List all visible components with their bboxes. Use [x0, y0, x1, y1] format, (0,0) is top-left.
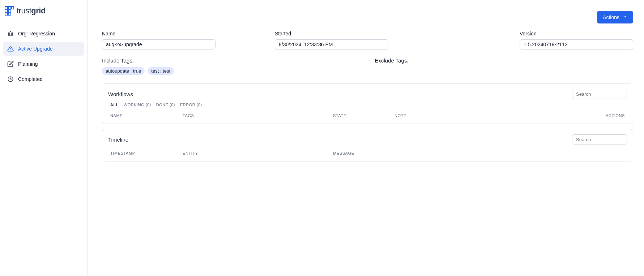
edit-icon — [7, 61, 14, 67]
sidebar-item-label: Org: Regression — [18, 31, 55, 36]
field-version: Version — [520, 31, 633, 49]
col-name[interactable]: NAME — [110, 113, 183, 118]
timeline-search[interactable] — [572, 134, 627, 145]
chevron-down-icon — [622, 14, 627, 20]
name-input[interactable] — [102, 39, 216, 49]
svg-rect-2 — [12, 7, 14, 9]
main-content: Actions Name Started Version Inclu — [88, 0, 644, 276]
field-started: Started — [275, 31, 388, 49]
svg-rect-0 — [5, 7, 8, 9]
subtab-all[interactable]: ALL — [110, 103, 119, 107]
col-tags[interactable]: TAGS — [183, 113, 333, 118]
timeline-header: Timeline — [102, 129, 633, 148]
timeline-thead: TIMESTAMP ENTITY MESSAGE — [102, 148, 633, 161]
sidebar-item-completed[interactable]: Completed — [3, 72, 84, 86]
include-tags: Include Tags: autoupdate : true test : t… — [102, 57, 361, 75]
sidebar-item-label: Planning — [18, 61, 38, 67]
svg-rect-4 — [8, 10, 11, 12]
include-chips: autoupdate : true test : test — [102, 67, 361, 75]
svg-rect-1 — [8, 7, 11, 9]
logo-text: trustgrid — [17, 6, 46, 16]
include-tags-label: Include Tags: — [102, 57, 361, 64]
timeline-card: Timeline TIMESTAMP ENTITY MESSAGE — [102, 129, 633, 161]
col-actions[interactable]: ACTIONS — [596, 113, 625, 118]
sidebar: trustgrid Org: Regression Active Upgrade… — [0, 0, 88, 276]
logo[interactable]: trustgrid — [3, 4, 84, 24]
sidebar-item-active-upgrade[interactable]: Active Upgrade — [3, 42, 84, 56]
col-message[interactable]: MESSAGE — [333, 151, 625, 155]
workflows-thead: NAME TAGS STATE NOTE ACTIONS — [102, 111, 633, 124]
exclude-tags: Exclude Tags: — [375, 57, 634, 75]
subtab-error[interactable]: ERROR (0) — [180, 103, 202, 107]
field-name: Name — [102, 31, 216, 49]
exclude-tags-label: Exclude Tags: — [375, 57, 634, 64]
workflows-search[interactable] — [572, 89, 627, 99]
topbar: Actions — [102, 11, 633, 23]
actions-button[interactable]: Actions — [597, 11, 633, 23]
fields-row: Name Started Version — [102, 31, 633, 49]
bank-icon — [7, 30, 14, 37]
workflows-header: Workflows — [102, 84, 633, 103]
svg-rect-3 — [5, 10, 8, 12]
actions-button-label: Actions — [603, 14, 619, 20]
col-entity[interactable]: ENTITY — [183, 151, 333, 155]
subtab-done[interactable]: DONE (0) — [156, 103, 175, 107]
alert-triangle-icon — [7, 46, 14, 52]
started-input[interactable] — [275, 39, 388, 49]
col-state[interactable]: STATE — [333, 113, 394, 118]
workflows-title: Workflows — [108, 91, 133, 97]
col-timestamp[interactable]: TIMESTAMP — [110, 151, 183, 155]
tags-row: Include Tags: autoupdate : true test : t… — [102, 57, 633, 75]
timeline-title: Timeline — [108, 137, 128, 143]
col-note[interactable]: NOTE — [394, 113, 596, 118]
version-input[interactable] — [520, 39, 633, 49]
svg-rect-6 — [8, 13, 11, 15]
sidebar-item-label: Active Upgrade — [18, 46, 53, 52]
started-label: Started — [275, 31, 388, 36]
workflows-subtabs: ALL WORKING (0) DONE (0) ERROR (0) — [102, 103, 633, 111]
sidebar-item-label: Completed — [18, 76, 43, 82]
logo-mark-icon — [4, 6, 14, 16]
svg-rect-5 — [5, 13, 8, 15]
tag-chip[interactable]: test : test — [148, 67, 174, 75]
sidebar-item-org[interactable]: Org: Regression — [3, 27, 84, 40]
subtab-working[interactable]: WORKING (0) — [124, 103, 151, 107]
tag-chip[interactable]: autoupdate : true — [102, 67, 145, 75]
clock-icon — [7, 76, 14, 82]
name-label: Name — [102, 31, 216, 36]
sidebar-item-planning[interactable]: Planning — [3, 57, 84, 71]
sidebar-nav: Org: Regression Active Upgrade Planning … — [3, 27, 84, 86]
version-label: Version — [520, 31, 633, 36]
workflows-card: Workflows ALL WORKING (0) DONE (0) ERROR… — [102, 83, 633, 124]
